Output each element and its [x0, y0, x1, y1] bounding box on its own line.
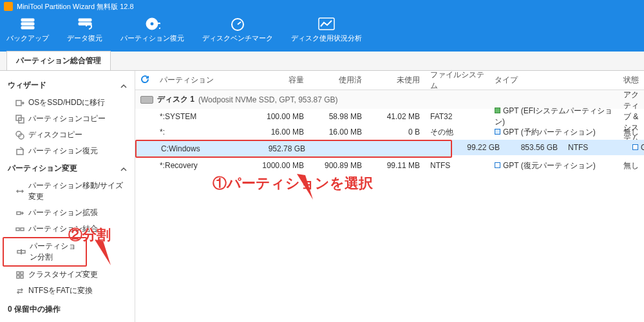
- sidebar-item-label: パーティション移動/サイズ変更: [28, 180, 127, 202]
- tab-main[interactable]: パーティション総合管理: [6, 51, 111, 70]
- td-used: 99.22 GB: [452, 143, 505, 152]
- td-type: GPT (復元パーティション): [489, 160, 618, 171]
- td-free: 853.56 GB: [505, 143, 563, 152]
- ribbon-label: パーティション復元: [120, 33, 184, 43]
- ribbon-label: ディスク使用状況分析: [291, 33, 362, 43]
- svg-rect-2: [21, 26, 34, 29]
- chevron-up-icon: [120, 82, 127, 89]
- ribbon-disk-usage[interactable]: ディスク使用状況分析: [291, 17, 362, 43]
- legend-square-icon: [495, 162, 500, 168]
- sidebar-item-move-resize[interactable]: パーティション移動/サイズ変更: [3, 178, 132, 205]
- content-area: パーティション 容量 使用済 未使用 ファイルシステム タイプ 状態 ディスク …: [135, 71, 644, 322]
- svg-rect-3: [79, 19, 91, 21]
- th-status[interactable]: 状態: [618, 75, 644, 86]
- td-used: 58.98 MB: [309, 112, 367, 121]
- td-type: GPT (予約パーティション): [489, 127, 618, 138]
- sidebar-item-disk-copy[interactable]: ディスクコピー: [3, 127, 132, 143]
- td-fs: NTFS: [563, 143, 627, 152]
- sidebar-item-label: パーティション拡張: [28, 207, 98, 218]
- migrate-icon: [15, 99, 24, 108]
- sidebar-group-label: ウィザード: [8, 80, 46, 91]
- table-header: パーティション 容量 使用済 未使用 ファイルシステム タイプ 状態: [135, 71, 644, 90]
- td-partition: *:SYSTEM: [155, 112, 251, 121]
- annotation-text: ②分割: [68, 227, 111, 243]
- legend-square-icon: [495, 108, 500, 113]
- td-used: 16.00 MB: [309, 128, 367, 137]
- annotation-text: ①パーティションを選択: [213, 175, 373, 191]
- td-fs: FAT32: [425, 112, 489, 121]
- td-free: 41.02 MB: [367, 112, 425, 121]
- ribbon-toolbar: バックアップ データ復元 パーティション復元 ディスクベンチマーク ディスク使用…: [0, 13, 644, 52]
- main-area: ウィザード OSをSSD/HDDに移行 パーティションコピー ディスクコピー パ…: [0, 71, 644, 322]
- table-row[interactable]: *: 16.00 MB 16.00 MB 0 B その他 GPT (予約パーティ…: [135, 124, 644, 140]
- ribbon-backup[interactable]: バックアップ: [6, 17, 49, 43]
- td-capacity: 16.00 MB: [251, 128, 309, 137]
- sidebar-item-cluster-size[interactable]: クラスタサイズ変更: [3, 267, 132, 283]
- ribbon-partition-recovery[interactable]: パーティション復元: [120, 17, 184, 43]
- td-capacity: 952.78 GB: [252, 144, 310, 153]
- merge-icon: [15, 225, 24, 234]
- ribbon-disk-benchmark[interactable]: ディスクベンチマーク: [202, 17, 273, 43]
- ribbon-label: バックアップ: [6, 33, 49, 43]
- resize-icon: [15, 187, 24, 196]
- td-status: 無し: [618, 127, 644, 138]
- table-row[interactable]: *:Recovery 1000.00 MB 900.89 MB 99.11 MB…: [135, 158, 644, 173]
- td-free: 99.11 MB: [367, 161, 425, 170]
- sidebar-group-wizard[interactable]: ウィザード: [3, 76, 132, 95]
- table-row-selected[interactable]: C:Windows 952.78 GB: [137, 141, 451, 156]
- convert-icon: [15, 287, 24, 296]
- td-fs: その他: [425, 127, 489, 138]
- sidebar-item-label: パーティションコピー: [28, 113, 106, 124]
- ribbon-label: データ復元: [67, 33, 102, 43]
- svg-rect-1: [21, 23, 34, 25]
- td-partition: *:: [155, 128, 251, 137]
- td-type: GPT (EFIシステムパーティション): [489, 106, 618, 128]
- sidebar-item-label: ディスクコピー: [28, 129, 82, 140]
- tab-strip: パーティション総合管理: [0, 52, 644, 71]
- sidebar-item-partition-copy[interactable]: パーティションコピー: [3, 111, 132, 127]
- disk-icon: [140, 96, 153, 104]
- th-type[interactable]: タイプ: [489, 75, 618, 86]
- td-partition: *:Recovery: [155, 161, 251, 170]
- stack-refresh-icon: [77, 17, 93, 31]
- sidebar-item-migrate-os[interactable]: OSをSSD/HDDに移行: [3, 95, 132, 111]
- td-type: GPT (データパーティション): [627, 142, 644, 153]
- svg-rect-18: [21, 228, 24, 231]
- svg-point-6: [150, 22, 154, 26]
- app-icon: [4, 2, 13, 11]
- sidebar-group-partition[interactable]: パーティション変更: [3, 159, 132, 178]
- disk-info: (Wodposit NVMe SSD, GPT, 953.87 GB): [198, 95, 338, 104]
- svg-rect-24: [21, 276, 23, 278]
- sidebar-item-label: パーティション復元: [28, 146, 98, 156]
- gauge-icon: [229, 17, 246, 31]
- annotation-1: ①パーティションを選択: [213, 174, 373, 193]
- svg-rect-21: [17, 272, 19, 274]
- td-status: 無し: [618, 160, 644, 171]
- chevron-up-icon: [120, 166, 127, 172]
- th-used[interactable]: 使用済: [309, 75, 367, 86]
- recover-icon: [15, 147, 24, 156]
- legend-square-icon: [495, 129, 500, 135]
- grid-icon: [15, 270, 24, 279]
- td-capacity: 100.00 MB: [251, 112, 309, 121]
- refresh-button[interactable]: [135, 75, 155, 86]
- th-filesystem[interactable]: ファイルシステム: [425, 71, 489, 91]
- th-partition[interactable]: パーティション: [155, 75, 251, 86]
- copy-icon: [15, 115, 24, 124]
- sidebar-item-partition-recover[interactable]: パーティション復元: [3, 143, 132, 159]
- disk-name: ディスク 1: [157, 94, 194, 105]
- ribbon-data-recovery[interactable]: データ復元: [67, 17, 102, 43]
- sidebar-group-label: パーティション変更: [8, 163, 77, 174]
- sidebar-item-label: NTFSをFATに変換: [28, 285, 93, 296]
- th-unused[interactable]: 未使用: [367, 75, 425, 86]
- table-row[interactable]: *:SYSTEM 100.00 MB 58.98 MB 41.02 MB FAT…: [135, 109, 644, 124]
- td-partition: C:Windows: [156, 144, 252, 153]
- sidebar-item-ntfs-to-fat[interactable]: NTFSをFATに変換: [3, 283, 132, 299]
- pending-operations: 0 保留中の操作: [3, 299, 132, 320]
- svg-rect-10: [16, 100, 21, 106]
- th-capacity[interactable]: 容量: [251, 75, 309, 86]
- sidebar-item-label: OSをSSD/HDDに移行: [28, 97, 105, 108]
- stack-icon: [19, 17, 36, 31]
- svg-line-8: [238, 22, 241, 24]
- sidebar-item-extend[interactable]: パーティション拡張: [3, 205, 132, 221]
